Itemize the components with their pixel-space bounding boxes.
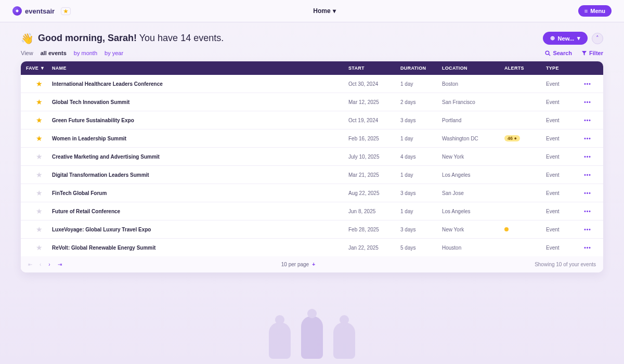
- table-row: ★FinTech Global ForumAug 22, 20253 daysS…: [21, 184, 603, 202]
- col-location[interactable]: LOCATION: [442, 66, 504, 71]
- menu-button[interactable]: ≡ Menu: [578, 5, 612, 17]
- event-location: Los Angeles: [442, 172, 504, 178]
- row-actions-icon[interactable]: •••: [577, 245, 598, 251]
- favorite-star[interactable]: ★: [26, 152, 52, 161]
- event-start: Oct 30, 2024: [348, 81, 400, 87]
- tab-by-month[interactable]: by month: [74, 50, 97, 56]
- event-duration: 3 days: [400, 227, 442, 232]
- sort-desc-icon: ▼: [40, 66, 45, 71]
- increase-per-page[interactable]: +: [312, 262, 315, 267]
- row-actions-icon[interactable]: •••: [577, 227, 598, 232]
- filter-label: Filter: [589, 50, 603, 56]
- search-icon: [545, 50, 551, 56]
- filter-action[interactable]: Filter: [581, 50, 603, 56]
- event-alerts: 46 ●: [504, 135, 546, 141]
- table-row: ★Future of Retail ConferenceJun 8, 20251…: [21, 202, 603, 220]
- event-type: Event: [546, 209, 577, 214]
- favorite-star[interactable]: ★: [26, 189, 52, 197]
- table-row: ★International Healthcare Leaders Confer…: [21, 75, 603, 93]
- favorites-shortcut[interactable]: ★: [61, 7, 71, 15]
- event-location: Portland: [442, 118, 504, 123]
- event-location: Boston: [442, 81, 504, 87]
- page-last-icon[interactable]: ⇥: [58, 262, 62, 267]
- page-first-icon[interactable]: ⇤: [28, 262, 32, 267]
- event-duration: 3 days: [400, 190, 442, 196]
- events-table: FAVE ▼ NAME START DURATION LOCATION ALER…: [21, 61, 603, 272]
- per-page-label[interactable]: 10 per page: [281, 262, 309, 267]
- greeting-sub: You have 14 events.: [139, 33, 224, 43]
- event-name[interactable]: International Healthcare Leaders Confere…: [52, 81, 348, 87]
- event-start: Feb 28, 2025: [348, 227, 400, 232]
- event-name[interactable]: FinTech Global Forum: [52, 190, 348, 196]
- col-fave[interactable]: FAVE ▼: [26, 66, 52, 71]
- page-next-icon[interactable]: ›: [48, 262, 50, 267]
- event-name[interactable]: Green Future Sustainability Expo: [52, 118, 348, 123]
- event-type: Event: [546, 190, 577, 196]
- alert-dot[interactable]: [504, 227, 509, 231]
- row-actions-icon[interactable]: •••: [577, 99, 598, 105]
- event-start: Mar 21, 2025: [348, 172, 400, 178]
- brand[interactable]: eventsair ★: [12, 6, 71, 16]
- col-duration[interactable]: DURATION: [400, 66, 442, 71]
- tab-all-events[interactable]: all events: [41, 50, 67, 56]
- col-start[interactable]: START: [348, 66, 400, 71]
- event-duration: 2 days: [400, 99, 442, 105]
- event-type: Event: [546, 81, 577, 87]
- event-name[interactable]: Global Tech Innovation Summit: [52, 99, 348, 105]
- view-tabs-row: View all events by month by year Search …: [0, 48, 624, 61]
- row-actions-icon[interactable]: •••: [577, 81, 598, 87]
- row-actions-icon[interactable]: •••: [577, 136, 598, 141]
- tab-by-year[interactable]: by year: [105, 50, 123, 56]
- row-actions-icon[interactable]: •••: [577, 209, 598, 214]
- favorite-star[interactable]: ★: [26, 116, 52, 124]
- event-location: New York: [442, 227, 504, 232]
- svg-point-0: [546, 51, 550, 55]
- row-actions-icon[interactable]: •••: [577, 154, 598, 160]
- table-row: ★LuxeVoyage: Global Luxury Travel ExpoFe…: [21, 220, 603, 239]
- page-prev-icon[interactable]: ‹: [40, 262, 41, 267]
- plus-circle-icon: ⊕: [550, 35, 555, 42]
- event-type: Event: [546, 154, 577, 160]
- col-name[interactable]: NAME: [52, 66, 348, 71]
- chevron-down-icon: ▾: [333, 7, 336, 15]
- event-start: Aug 22, 2025: [348, 190, 400, 196]
- search-action[interactable]: Search: [545, 50, 572, 56]
- table-header: FAVE ▼ NAME START DURATION LOCATION ALER…: [21, 61, 603, 75]
- event-name[interactable]: LuxeVoyage: Global Luxury Travel Expo: [52, 227, 348, 232]
- favorite-star[interactable]: ★: [26, 243, 52, 252]
- alert-badge[interactable]: 46 ●: [504, 135, 520, 141]
- row-actions-icon[interactable]: •••: [577, 172, 598, 178]
- event-location: Houston: [442, 245, 504, 251]
- event-type: Event: [546, 136, 577, 141]
- favorite-star[interactable]: ★: [26, 225, 52, 233]
- event-start: July 10, 2025: [348, 154, 400, 160]
- showing-label: Showing 10 of your events: [535, 262, 596, 267]
- favorite-star[interactable]: ★: [26, 80, 52, 88]
- col-alerts[interactable]: ALERTS: [504, 66, 546, 71]
- event-name[interactable]: Future of Retail Conference: [52, 209, 348, 214]
- nav-home-dropdown[interactable]: Home ▾: [313, 7, 335, 15]
- favorite-star[interactable]: ★: [26, 207, 52, 215]
- collapse-toggle[interactable]: ˄: [592, 33, 603, 44]
- event-start: Oct 19, 2024: [348, 118, 400, 123]
- event-name[interactable]: Creative Marketing and Advertising Summi…: [52, 154, 348, 160]
- event-name[interactable]: Women in Leadership Summit: [52, 136, 348, 141]
- favorite-star[interactable]: ★: [26, 134, 52, 142]
- greeting-name: Sarah!: [108, 33, 137, 43]
- row-actions-icon[interactable]: •••: [577, 190, 598, 196]
- event-location: San Jose: [442, 190, 504, 196]
- menu-label: Menu: [590, 8, 605, 14]
- favorite-star[interactable]: ★: [26, 171, 52, 179]
- wave-icon: 👋: [21, 32, 34, 45]
- event-type: Event: [546, 245, 577, 251]
- topbar: eventsair ★ Home ▾ ≡ Menu: [0, 0, 624, 22]
- event-name[interactable]: ReVolt: Global Renewable Energy Summit: [52, 245, 348, 251]
- event-name[interactable]: Digital Transformation Leaders Summit: [52, 172, 348, 178]
- greeting: 👋 Good morning, Sarah! You have 14 event…: [21, 32, 224, 45]
- new-button[interactable]: ⊕ New... ▾: [543, 32, 588, 45]
- header-row: 👋 Good morning, Sarah! You have 14 event…: [0, 22, 624, 48]
- event-type: Event: [546, 99, 577, 105]
- favorite-star[interactable]: ★: [26, 98, 52, 106]
- col-type[interactable]: TYPE: [546, 66, 577, 71]
- row-actions-icon[interactable]: •••: [577, 118, 598, 123]
